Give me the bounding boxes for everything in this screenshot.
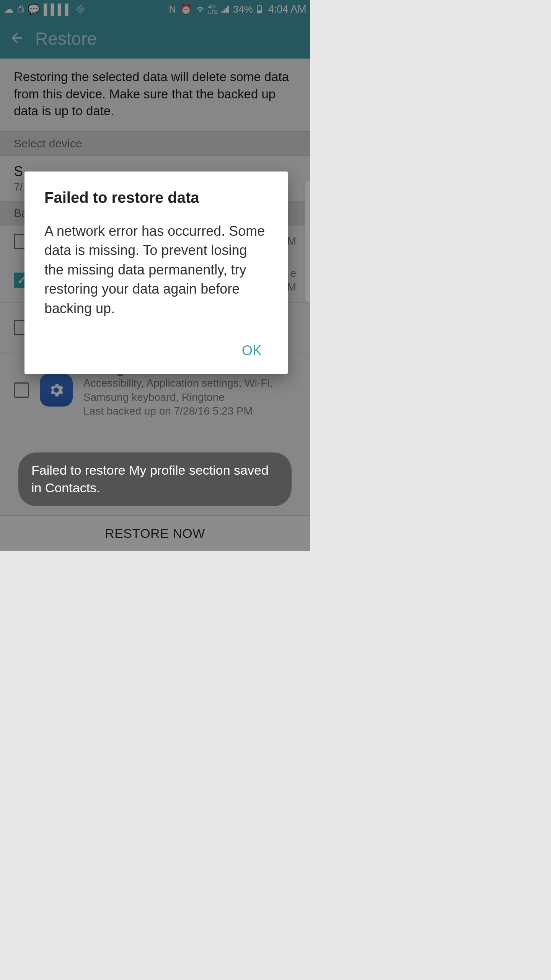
dialog-title: Failed to restore data: [44, 189, 268, 206]
dialog-ok-button[interactable]: OK: [236, 339, 268, 363]
error-dialog: Failed to restore data A network error h…: [24, 172, 288, 374]
toast-message: Failed to restore My profile section sav…: [18, 452, 292, 506]
dialog-body: A network error has occurred. Some data …: [44, 222, 268, 318]
